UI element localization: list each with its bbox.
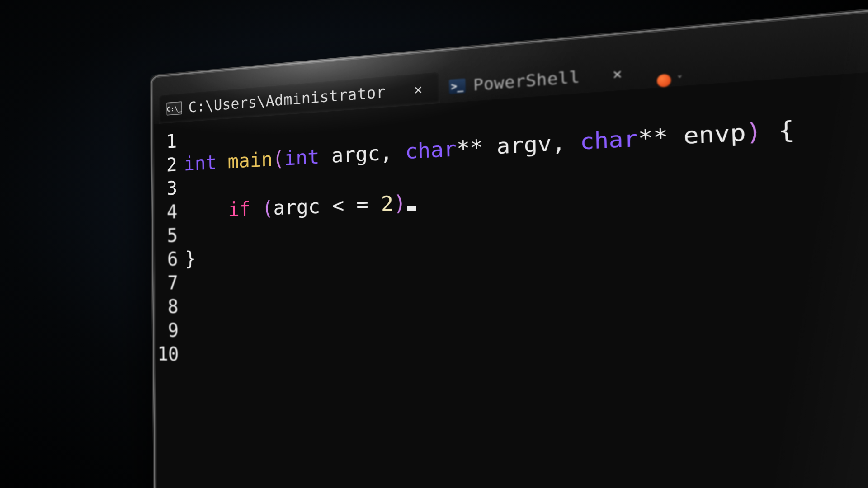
code-line-1: int main(int argc, char** argv, char** e… — [184, 115, 795, 176]
keyword-int: int — [284, 145, 320, 170]
line-number: 7 — [157, 271, 178, 295]
comma: , — [551, 129, 580, 156]
code-line-2: if (argc < = 2) — [184, 174, 797, 223]
text-cursor — [407, 206, 416, 211]
identifier-argc: argc — [273, 194, 320, 220]
whitespace — [761, 117, 778, 145]
cmd-icon: C:\_ — [166, 101, 182, 116]
stars: ** — [456, 134, 496, 161]
brace-close: } — [185, 247, 196, 270]
identifier-argv: argv — [496, 131, 552, 159]
close-icon[interactable]: ✕ — [608, 63, 627, 85]
whitespace — [250, 197, 262, 221]
whitespace — [344, 193, 357, 217]
stars: ** — [638, 122, 684, 151]
keyword-char: char — [405, 136, 457, 164]
close-icon[interactable]: ✕ — [410, 79, 427, 100]
line-number: 5 — [156, 224, 178, 248]
line-number: 2 — [156, 153, 177, 177]
terminal-window: C:\_ C:\Users\Administrator ✕ >_ PowerSh… — [154, 0, 868, 488]
tab-powershell-title: PowerShell — [473, 67, 580, 94]
indent — [184, 198, 228, 223]
whitespace — [319, 144, 331, 169]
identifier-envp: envp — [683, 119, 746, 150]
line-number: 1 — [156, 129, 177, 154]
ubuntu-icon[interactable] — [656, 74, 671, 88]
chevron-down-icon[interactable]: ˅ — [677, 74, 683, 86]
line-number: 6 — [156, 247, 178, 271]
keyword-if: if — [228, 197, 250, 221]
line-number: 8 — [157, 295, 178, 319]
scene: C:\_ C:\Users\Administrator ✕ >_ PowerSh… — [0, 0, 868, 488]
identifier-argc: argc — [331, 141, 380, 168]
powershell-icon: >_ — [449, 78, 466, 94]
function-main: main — [227, 147, 273, 173]
line-number: 9 — [157, 319, 179, 343]
line-gutter: 1 2 3 4 5 6 7 8 9 10 — [156, 129, 186, 366]
paren-open: ( — [273, 147, 284, 171]
keyword-int: int — [184, 151, 217, 175]
code-line-3: } — [185, 233, 799, 271]
keyword-char: char — [580, 125, 639, 155]
paren-close: ) — [745, 118, 762, 146]
comma: , — [380, 140, 405, 165]
whitespace — [217, 150, 228, 174]
brace-open: { — [778, 116, 795, 145]
number-literal: 2 — [381, 191, 394, 216]
code-content[interactable]: int main(int argc, char** argv, char** e… — [184, 86, 803, 381]
paren-open: ( — [262, 197, 274, 220]
line-number: 4 — [156, 200, 178, 225]
paren-close: ) — [393, 191, 406, 216]
line-number: 3 — [156, 176, 177, 201]
whitespace — [320, 194, 332, 218]
line-number: 10 — [157, 342, 179, 366]
operator-lt: < — [332, 193, 344, 218]
operator-eq: = — [356, 192, 369, 217]
whitespace — [368, 192, 381, 217]
